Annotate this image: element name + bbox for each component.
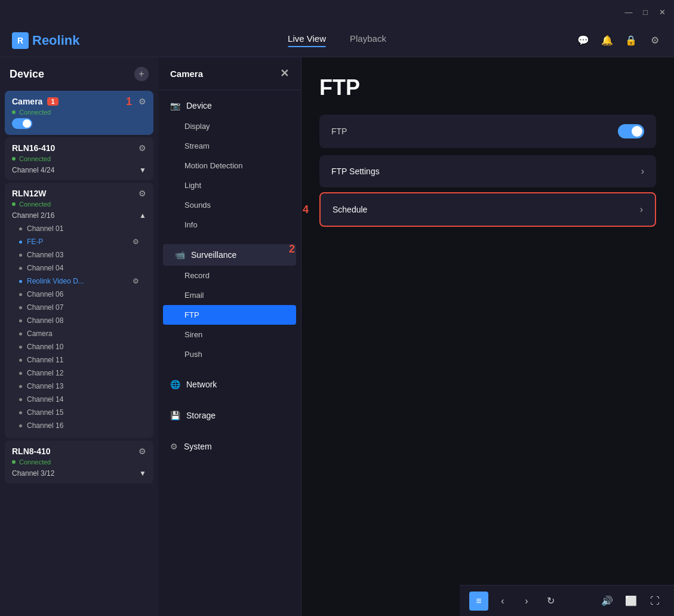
network-section-label: Network [186, 380, 217, 389]
close-button[interactable]: ✕ [657, 7, 667, 17]
ftp-title: FTP [319, 75, 656, 100]
channel-15[interactable]: Channel 15 [12, 406, 146, 419]
settings-group-device[interactable]: 📷 Device [158, 95, 301, 116]
camera-gear-icon[interactable]: ⚙ [139, 97, 146, 106]
ftp-settings-row[interactable]: FTP Settings › [319, 155, 656, 187]
annotation-4: 4 [303, 204, 309, 216]
reolink-video-gear[interactable]: ⚙ [133, 277, 139, 285]
toolbar-fullscreen-button[interactable]: ⛶ [645, 592, 664, 611]
ch06-dot [19, 293, 22, 296]
device-rln12w-name: RLN12W [12, 189, 47, 198]
settings-network-section: 🌐 Network [158, 369, 301, 400]
channel-12[interactable]: Channel 12 [12, 366, 146, 380]
rln8-status-dot [12, 460, 16, 464]
system-section-label: System [184, 442, 212, 451]
settings-group-system[interactable]: ⚙ System [158, 436, 301, 457]
maximize-button[interactable]: □ [641, 7, 650, 17]
rln16-channel-select[interactable]: Channel 4/24 ▼ [12, 166, 146, 174]
rln12w-channel-select[interactable]: Channel 2/16 ▲ [12, 211, 146, 220]
rln12w-gear-icon[interactable]: ⚙ [139, 189, 146, 198]
settings-item-record[interactable]: Record [158, 266, 301, 285]
channel-08[interactable]: Channel 08 [12, 314, 146, 327]
device-rln8-name: RLN8-410 [12, 446, 51, 456]
toolbar-fullscreen-small-button[interactable]: ⬜ [621, 592, 641, 611]
ch12-dot [19, 372, 22, 375]
channel-14[interactable]: Channel 14 [12, 393, 146, 406]
fe-p-dot [19, 241, 22, 244]
fe-p-gear[interactable]: ⚙ [133, 238, 139, 246]
settings-group-network[interactable]: 🌐 Network [158, 374, 301, 395]
channel-04[interactable]: Channel 04 [12, 261, 146, 275]
settings-item-motion-detection[interactable]: Motion Detection [158, 156, 301, 175]
ftp-toggle-switch[interactable] [618, 124, 644, 138]
device-rln16[interactable]: RLN16-410 ⚙ Connected Channel 4/24 ▼ [5, 137, 153, 180]
channel-camera[interactable]: Camera [12, 327, 146, 340]
settings-item-light[interactable]: Light [158, 175, 301, 195]
system-section-icon: ⚙ [170, 442, 178, 451]
rln16-status: Connected [12, 155, 146, 162]
settings-item-push[interactable]: Push [158, 344, 301, 364]
ch08-dot [19, 319, 22, 322]
content-area: Camera ✕ 📷 Device Display Stream Motion … [158, 57, 674, 616]
camera-badge: 1 [47, 97, 58, 106]
settings-item-sounds[interactable]: Sounds [158, 195, 301, 215]
sidebar-header: Device + [0, 67, 158, 88]
ftp-schedule-row[interactable]: Schedule › 4 [319, 192, 656, 227]
lock-icon[interactable]: 🔒 [624, 33, 638, 48]
settings-device-section: 📷 Device Display Stream Motion Detection… [158, 90, 301, 239]
device-rln12w[interactable]: RLN12W ⚙ Connected Channel 2/16 ▲ Channe… [5, 183, 153, 438]
settings-panel-header: Camera ✕ [158, 57, 301, 90]
minimize-button[interactable]: — [624, 7, 633, 17]
toolbar-refresh-button[interactable]: ↻ [541, 592, 560, 611]
channel-06[interactable]: Channel 06 [12, 288, 146, 301]
settings-item-info[interactable]: Info [158, 215, 301, 235]
channel-11[interactable]: Channel 11 [12, 353, 146, 366]
settings-item-display[interactable]: Display [158, 116, 301, 136]
rln16-gear-icon[interactable]: ⚙ [139, 143, 146, 153]
channel-reolink-video[interactable]: Reolink Video D...⚙ [12, 275, 146, 288]
ch07-dot [19, 306, 22, 309]
notification-icon[interactable]: 🔔 [600, 33, 614, 48]
device-rln8-header: RLN8-410 ⚙ [12, 446, 146, 456]
ch01-dot [19, 227, 22, 230]
sidebar: Device + Camera 1 ⚙ Connected 1 [0, 57, 158, 616]
header: R Reolink Live View Playback 💬 🔔 🔒 ⚙ [0, 24, 674, 57]
nav-tabs: Live View Playback [288, 33, 386, 47]
settings-surveillance-section: 📹 Surveillance 2 Record Email FTP 3 Sire… [158, 239, 301, 369]
settings-item-siren[interactable]: Siren [158, 325, 301, 344]
settings-group-storage[interactable]: 💾 Storage [158, 405, 301, 426]
toolbar-prev-button[interactable]: ‹ [493, 592, 512, 611]
chat-icon[interactable]: 💬 [576, 33, 590, 48]
ftp-content: FTP FTP FTP Settings › Schedule › 4 [301, 57, 674, 250]
ftp-toggle-row: FTP [319, 115, 656, 148]
settings-group-surveillance[interactable]: 📹 Surveillance [163, 244, 296, 266]
ch10-dot [19, 346, 22, 349]
rln8-gear-icon[interactable]: ⚙ [139, 446, 146, 456]
tab-live-view[interactable]: Live View [288, 33, 326, 47]
toolbar-volume-button[interactable]: 🔊 [598, 592, 617, 611]
channel-01[interactable]: Channel 01 [12, 222, 146, 235]
add-device-button[interactable]: + [134, 67, 149, 81]
channel-16[interactable]: Channel 16 [12, 419, 146, 432]
toolbar-next-button[interactable]: › [517, 592, 536, 611]
channel-10[interactable]: Channel 10 [12, 340, 146, 353]
settings-item-stream[interactable]: Stream [158, 136, 301, 156]
settings-item-email[interactable]: Email [158, 285, 301, 305]
device-camera-name: Camera 1 [12, 97, 59, 106]
settings-icon[interactable]: ⚙ [648, 33, 662, 48]
rln8-channel-select[interactable]: Channel 3/12 ▼ [12, 469, 146, 478]
channel-13[interactable]: Channel 13 [12, 380, 146, 393]
tab-playback[interactable]: Playback [350, 33, 386, 47]
toolbar-menu-button[interactable]: ≡ [469, 592, 488, 611]
settings-close-button[interactable]: ✕ [280, 67, 289, 80]
rln12w-status-dot [12, 202, 16, 206]
channel-03[interactable]: Channel 03 [12, 248, 146, 261]
channel-07[interactable]: Channel 07 [12, 301, 146, 314]
device-camera[interactable]: Camera 1 ⚙ Connected 1 [5, 91, 153, 135]
device-rln8[interactable]: RLN8-410 ⚙ Connected Channel 3/12 ▼ [5, 441, 153, 483]
settings-item-ftp[interactable]: FTP 3 [163, 305, 296, 325]
device-section-icon: 📷 [170, 101, 180, 110]
camera-toggle[interactable] [12, 118, 32, 129]
ftp-schedule-label: Schedule [333, 205, 367, 214]
channel-fe-p[interactable]: FE-P⚙ [12, 235, 146, 248]
